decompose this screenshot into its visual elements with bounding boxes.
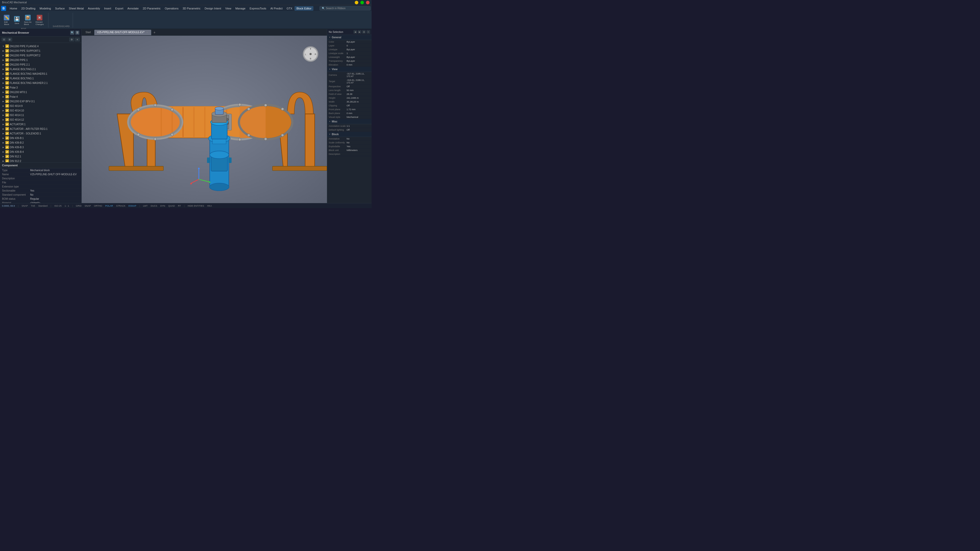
tree-item[interactable]: ▶📁FLANGE BOLTING WASHERS:1 (0, 71, 81, 76)
rp-icon-4[interactable]: ≡ (366, 30, 370, 34)
strack-button[interactable]: STRACK (116, 205, 126, 207)
tree-expand-icon[interactable]: ▶ (2, 137, 5, 139)
menu-item-assembly[interactable]: Assembly (86, 6, 102, 11)
tree-item[interactable]: ▶📁ISO 4014:12 (0, 118, 81, 122)
tree-item[interactable]: ▶📁DIN 439-B:3 (0, 145, 81, 149)
minimize-button[interactable] (355, 1, 358, 4)
tree-item[interactable]: ▶📁DN1200 MT0:1 (0, 90, 81, 94)
tree-item[interactable]: ▶📁Polar:4 (0, 94, 81, 99)
menu-item-export[interactable]: Export (113, 6, 125, 11)
menu-item-expresstools[interactable]: ExpressTools (248, 6, 268, 11)
tree-expand-icon[interactable]: ▶ (2, 77, 5, 79)
tree-expand-icon[interactable]: ▶ (2, 82, 5, 84)
tree-item[interactable]: ▶📁ISO 4014:9 (0, 103, 81, 108)
tree-expand-icon[interactable]: ▶ (2, 91, 5, 94)
tree-expand-icon[interactable]: ▶ (2, 109, 5, 112)
rp-section-header[interactable]: ▼View (327, 67, 372, 72)
esnap-button[interactable]: ESNAP (128, 205, 136, 207)
rt-button[interactable]: RT (178, 205, 181, 207)
maximize-button[interactable] (360, 1, 364, 4)
save-button[interactable]: 💾 Save (12, 15, 21, 25)
tree-expand-icon[interactable]: ▶ (2, 68, 5, 70)
ortho-button[interactable]: ORTHO (94, 205, 102, 207)
tree-item[interactable]: ▶📁DIN 912:2 (0, 159, 81, 162)
tree-expand-icon[interactable]: ▶ (2, 59, 5, 61)
menu-item-view[interactable]: View (223, 6, 234, 11)
tree-item[interactable]: ▶📁FLANGE BOLTING:2.1 (0, 67, 81, 71)
tree-expand-icon[interactable]: ▶ (2, 132, 5, 135)
tree-item[interactable]: ▶📁ISO 4014:11 (0, 113, 81, 118)
tab-1[interactable]: V25-PIPELINE-SHUT-OFF-MODULE-EV*× (94, 30, 151, 35)
rp-icon-3[interactable]: ⊠ (362, 30, 366, 34)
tree-item[interactable]: ▶📁ACTUATOR - SOLENOID:1 (0, 131, 81, 136)
ducs-button[interactable]: DUCS (151, 205, 158, 207)
rp-icon-2[interactable]: ▶ (358, 30, 361, 34)
tree-expand-icon[interactable]: ▶ (2, 105, 5, 107)
tree-item[interactable]: ▶📁FLANGE BOLTING:1 (0, 76, 81, 81)
tree-item[interactable]: ▶📁DIN 439-B:1 (0, 136, 81, 140)
menu-item-gtx[interactable]: GTX (285, 6, 294, 11)
search-ribbon[interactable]: 🔍 Search in Ribbon (320, 6, 371, 11)
tree-expand-icon[interactable]: ▶ (2, 63, 5, 66)
menu-item-3d-parametric[interactable]: 3D Parametric (180, 6, 202, 11)
snap-button[interactable]: SNAP (85, 205, 91, 207)
tree-item[interactable]: ▶📁ISO 4014:10 (0, 108, 81, 113)
filter-button[interactable]: ⚙ (69, 38, 74, 41)
hka-button[interactable]: HKA (207, 205, 212, 207)
tree-expand-icon[interactable]: ▶ (2, 86, 5, 89)
menu-item-ai-predict[interactable]: AI Predict (268, 6, 285, 11)
menu-item-operations[interactable]: Operations (163, 6, 181, 11)
settings-button[interactable]: ≡ (75, 38, 80, 41)
tree-expand-icon[interactable]: ▶ (2, 146, 5, 148)
rp-section-header[interactable]: ▼Block (327, 132, 372, 137)
tree-expand-icon[interactable]: ▶ (2, 151, 5, 153)
tree-item[interactable]: ▶📁Polar:3 (0, 85, 81, 90)
tree-item[interactable]: ▶📁DN1200 PIPE SUPPORT:1 (0, 48, 81, 53)
tree-item[interactable]: ▶📁DN1200 EXP BFV-3:1 (0, 99, 81, 103)
tree-item[interactable]: ▶📁DIN 439-B:2 (0, 140, 81, 145)
edit-block-button[interactable]: ✏️ EditBlock (2, 14, 11, 27)
tree-item[interactable]: ▶📁ACTUATOR:1 (0, 122, 81, 127)
tree-expand-icon[interactable]: ▶ (2, 155, 5, 158)
tree-expand-icon[interactable]: ▼ (2, 45, 5, 48)
tree-expand-icon[interactable]: ▶ (2, 118, 5, 121)
tree-item[interactable]: ▶📁DN1200 PIPE:1 (0, 58, 81, 62)
tree-item[interactable]: ▶📁DIN 439-B:4 (0, 149, 81, 154)
dyn-button[interactable]: DYN (160, 205, 165, 207)
tree-expand-icon[interactable]: ▶ (2, 49, 5, 52)
menu-item-2d-parametric[interactable]: 2D Parametric (141, 6, 162, 11)
titlebar-controls[interactable] (355, 1, 369, 4)
grid-button[interactable]: GRID (76, 205, 82, 207)
menu-item-block-editor[interactable]: Block Editor (294, 6, 313, 11)
tree-content[interactable]: ▼📁DN1200 PIPE FLANGE:4▶📁DN1200 PIPE SUPP… (0, 43, 81, 162)
tab-add-button[interactable]: + (152, 30, 157, 35)
tree-item[interactable]: ▼📁DN1200 PIPE FLANGE:4 (0, 44, 81, 48)
save-as-block-button[interactable]: 📦 Save AsBlock (22, 14, 33, 27)
polar-button[interactable]: POLAR (105, 205, 113, 207)
tree-item[interactable]: ▶📁ACTUATOR - AIR FILTER REG:1 (0, 127, 81, 131)
tree-item[interactable]: ▶📁DN1200 PIPE SUPPORT:2 (0, 53, 81, 58)
collapse-all-button[interactable]: ⊟ (2, 38, 6, 41)
browser-search-icon[interactable]: 🔍 (70, 30, 74, 35)
tree-expand-icon[interactable]: ▶ (2, 127, 5, 130)
tree-item[interactable]: ▶📁DIN 912:1 (0, 154, 81, 159)
tab-0[interactable]: Start (83, 30, 94, 35)
tree-expand-icon[interactable]: ▶ (2, 160, 5, 162)
tree-expand-icon[interactable]: ▶ (2, 95, 5, 98)
menu-item-surface[interactable]: Surface (53, 6, 67, 11)
menu-item-design-intent[interactable]: Design Intent (203, 6, 223, 11)
tab-close-button[interactable]: × (145, 31, 148, 34)
rp-section-header[interactable]: ▼Misc (327, 119, 372, 124)
discard-button[interactable]: ✖ DiscardChanges (34, 14, 45, 27)
menu-item-modeling[interactable]: Modeling (38, 6, 53, 11)
menu-item-sheet-metal[interactable]: Sheet Metal (67, 6, 86, 11)
lwt-button[interactable]: LWT (143, 205, 148, 207)
tree-expand-icon[interactable]: ▶ (2, 73, 5, 75)
tree-expand-icon[interactable]: ▶ (2, 100, 5, 103)
viewport[interactable]: StartV25-PIPELINE-SHUT-OFF-MODULE-EV*×+ (82, 29, 327, 203)
menu-item-home[interactable]: Home (8, 6, 19, 11)
browser-menu-icon[interactable]: ☰ (75, 30, 80, 35)
menu-item-insert[interactable]: Insert (102, 6, 113, 11)
tree-expand-icon[interactable]: ▶ (2, 141, 5, 144)
close-button[interactable] (366, 1, 369, 4)
